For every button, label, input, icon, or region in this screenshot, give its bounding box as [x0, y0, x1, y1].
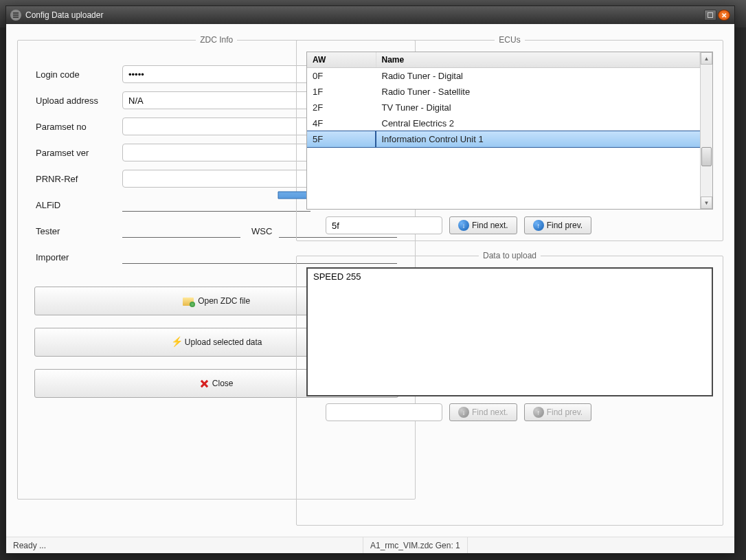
arrow-down-icon: ↓ [458, 220, 469, 231]
status-ready: Ready ... [6, 537, 363, 553]
prnr-ref-label: PRNR-Ref [36, 174, 118, 184]
status-bar: Ready ... A1_rmc_VIM.zdc Gen: 1 [6, 537, 734, 553]
data-to-upload-panel: Data to upload SPEED 255 ↓ Find next. ↑ … [296, 251, 723, 526]
ecus-find-prev-button[interactable]: ↑ Find prev. [524, 216, 591, 234]
zdc-info-title: ZDC Info [196, 35, 237, 45]
col-name[interactable]: Name [376, 52, 700, 68]
paramset-no-label: Paramset no [36, 122, 118, 132]
data-to-upload-title: Data to upload [479, 251, 541, 260]
ecus-title: ECUs [495, 35, 524, 45]
col-aw[interactable]: AW [307, 52, 376, 68]
ecus-scrollbar[interactable]: ▲ ▼ [700, 52, 712, 209]
ecus-table[interactable]: AW Name 0FRadio Tuner - Digital1FRadio T… [306, 52, 713, 210]
close-icon [200, 379, 208, 388]
arrow-down-icon: ↓ [458, 407, 469, 418]
arrow-up-icon: ↑ [533, 220, 544, 231]
table-row[interactable]: 4FCentral Electrics 2 [307, 115, 700, 131]
scroll-thumb[interactable] [701, 147, 712, 166]
titlebar[interactable]: Config Data uploader ✕ [6, 6, 734, 24]
upload-address-label: Upload address [36, 96, 118, 106]
ecus-find-next-button[interactable]: ↓ Find next. [449, 216, 517, 234]
folder-open-icon [183, 296, 194, 306]
close-window-button[interactable]: ✕ [718, 10, 730, 21]
table-row[interactable]: 1FRadio Tuner - Satellite [307, 84, 700, 100]
ecus-panel: ECUs AW Name 0FRadio Tuner - Digital1FRa… [296, 35, 723, 241]
data-search-input[interactable] [326, 403, 442, 421]
data-upload-list[interactable]: SPEED 255 [306, 267, 713, 396]
scroll-down-icon[interactable]: ▼ [701, 197, 712, 209]
maximize-button[interactable] [704, 10, 716, 21]
upload-icon [171, 337, 181, 347]
status-file: A1_rmc_VIM.zdc Gen: 1 [363, 537, 468, 553]
data-find-prev-button[interactable]: ↑ Find prev. [524, 403, 591, 421]
table-row[interactable]: 0FRadio Tuner - Digital [307, 68, 700, 85]
table-row[interactable]: 2FTV Tuner - Digital [307, 100, 700, 115]
alfid-input[interactable] [122, 198, 310, 212]
dialog-window: Config Data uploader ✕ ZDC Info Login co… [5, 5, 735, 554]
scroll-up-icon[interactable]: ▲ [701, 52, 712, 65]
tester-input[interactable] [122, 224, 240, 238]
window-title: Config Data uploader [25, 10, 704, 20]
ecus-search-input[interactable] [326, 216, 442, 234]
paramset-ver-label: Paramset ver [36, 148, 118, 158]
importer-label: Importer [36, 252, 118, 262]
wsc-label: WSC [245, 226, 275, 236]
alfid-label: ALFiD [36, 200, 118, 210]
login-code-label: Login code [36, 69, 118, 80]
list-item[interactable]: SPEED 255 [308, 269, 712, 284]
menu-icon[interactable] [10, 10, 21, 21]
table-row[interactable]: 5FInformation Control Unit 1 [307, 131, 700, 147]
data-find-next-button[interactable]: ↓ Find next. [449, 403, 517, 421]
arrow-up-icon: ↑ [533, 407, 544, 418]
tester-label: Tester [36, 226, 118, 236]
